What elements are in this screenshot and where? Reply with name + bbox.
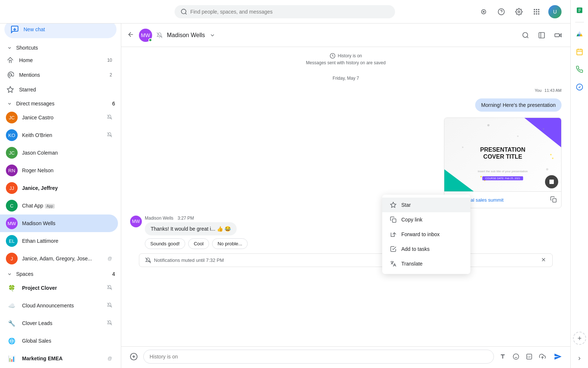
contact-avatar-6: MW (6, 217, 18, 229)
spaces-section-header[interactable]: Spaces 4 (0, 267, 121, 279)
nav-home[interactable]: Home 10 (0, 53, 118, 68)
nav-contact-8[interactable]: JJanice, Adam, Gregory, Jose...@ (0, 250, 118, 267)
contact-label-4: Janice, Jeffrey (22, 185, 112, 191)
nav-space-4[interactable]: 📊Marketing EMEA@ (0, 350, 118, 367)
message-input[interactable] (143, 350, 494, 364)
presentation-preview: PRESENTATIONCOVER TITLE Insert the sub t… (444, 118, 561, 191)
svg-rect-25 (536, 11, 537, 12)
nav-contact-7[interactable]: ELEthan Lattimore (0, 232, 118, 250)
nav-space-3[interactable]: 🌐Global Sales (0, 332, 118, 350)
menu-item-translate[interactable]: Translate (382, 256, 470, 271)
right-phone-icon[interactable] (572, 62, 587, 77)
svg-rect-51 (553, 198, 556, 202)
search-chat-button[interactable] (519, 29, 532, 42)
chat-contact-name: Madison Wells (167, 32, 205, 39)
space-mute-icon-0 (107, 285, 112, 291)
nav-contact-2[interactable]: JCJason Coleman (0, 144, 118, 162)
add-tasks-label: Add to tasks (401, 246, 430, 252)
menu-item-add-tasks[interactable]: Add to tasks (382, 242, 470, 256)
nav-space-2[interactable]: 🔧Clover Leads (0, 314, 118, 332)
mute-bar-icon (145, 257, 151, 263)
copy-link-icon (390, 216, 397, 223)
menu-item-star[interactable]: Star (382, 198, 470, 212)
mentions-icon (6, 71, 15, 79)
contact-label-2: Jason Coleman (22, 150, 112, 156)
emoji-button[interactable] (510, 351, 522, 362)
nav-contact-0[interactable]: JCJanice Castro (0, 109, 118, 126)
dm-section-header[interactable]: Direct messages 6 (0, 97, 121, 109)
right-sidebar: › (570, 0, 588, 368)
date-divider: Friday, May 7 (130, 76, 562, 81)
menu-item-copy-link[interactable]: Copy link (382, 212, 470, 227)
video-call-button[interactable] (551, 29, 564, 42)
reply-chip-0[interactable]: Sounds good! (145, 238, 185, 249)
nav-space-1[interactable]: ☁️Cloud Announcements (0, 297, 118, 314)
nav-contact-5[interactable]: CChat AppApp (0, 197, 118, 214)
presentation-title: PRESENTATIONCOVER TITLE (480, 146, 526, 160)
right-calendar-icon[interactable] (572, 44, 587, 59)
chat-name-dropdown-icon[interactable] (209, 32, 215, 38)
add-icon (577, 335, 582, 341)
shortcuts-chevron-icon (6, 44, 13, 51)
menu-item-forward-inbox[interactable]: Forward to inbox (382, 227, 470, 242)
settings-icon[interactable] (513, 6, 525, 18)
popout-button[interactable] (535, 29, 548, 42)
back-button[interactable] (127, 31, 135, 39)
sent-message-bubble: Morning! Here's the presentation (475, 98, 562, 112)
apps-icon[interactable] (531, 6, 542, 18)
space-icon-2: 🔧 (6, 317, 18, 329)
received-content: Madison Wells 3:27 PM Thanks! It would b… (145, 216, 562, 249)
gif-button[interactable]: GIF (523, 351, 535, 362)
right-drive-icon[interactable] (572, 27, 587, 42)
svg-point-39 (517, 136, 519, 137)
upload-button[interactable] (537, 351, 548, 362)
add-attachment-button[interactable] (127, 350, 140, 363)
right-tasks-icon[interactable] (572, 80, 587, 94)
star-label: Star (401, 202, 411, 208)
copy-link-label: Copy link (401, 217, 423, 223)
muted-bar-close-button[interactable] (541, 257, 546, 264)
contact-label-7: Ethan Lattimore (22, 238, 112, 244)
nav-contact-3[interactable]: RNRoger Nelson (0, 162, 118, 179)
format-text-button[interactable] (497, 351, 509, 362)
online-indicator (148, 38, 152, 42)
muted-bar-text: Notifications muted until 7:32 PM (154, 257, 224, 263)
svg-point-40 (543, 128, 544, 130)
chat-avatar: MW (139, 29, 152, 42)
search-bar[interactable] (175, 5, 395, 18)
reply-chip-1[interactable]: Cool (188, 238, 209, 249)
contact-avatar-4: JJ (6, 182, 18, 194)
nav-contact-1[interactable]: KOKeith O'Brien (0, 126, 118, 144)
nav-starred[interactable]: Starred (0, 82, 118, 97)
right-chevron-icon[interactable]: › (578, 354, 581, 362)
nav-contact-6[interactable]: MWMadison Wells (0, 214, 118, 232)
meet-icon[interactable] (478, 6, 490, 18)
right-add-button[interactable] (573, 332, 586, 345)
nav-mentions[interactable]: Mentions 2 (0, 68, 118, 82)
right-sheets-icon[interactable] (572, 3, 587, 18)
svg-point-7 (9, 74, 12, 76)
chat-header: MW Madison Wells (121, 24, 570, 47)
help-icon[interactable] (495, 6, 507, 18)
copy-presentation-button[interactable] (550, 196, 557, 204)
search-input[interactable] (190, 9, 389, 15)
svg-point-31 (523, 32, 528, 37)
reply-chip-2[interactable]: No proble... (212, 238, 248, 249)
forward-inbox-icon (390, 231, 397, 238)
user-avatar[interactable]: U (548, 5, 562, 18)
send-button[interactable] (551, 350, 564, 363)
nav-contact-4[interactable]: JJJanice, Jeffrey (0, 179, 118, 197)
received-message-row: MW Madison Wells 3:27 PM Thanks! It woul… (130, 216, 562, 249)
contacts-list: JCJanice CastroKOKeith O'BrienJCJason Co… (0, 109, 121, 267)
dm-title: Direct messages (16, 101, 54, 107)
received-sender-name: Madison Wells (145, 216, 173, 221)
sent-info: You 11:43 AM (130, 88, 562, 93)
sidebar: Chat New chat Shortcuts Home 10 Mentions… (0, 0, 121, 368)
shortcuts-section-header[interactable]: Shortcuts (0, 41, 121, 53)
nav-space-0[interactable]: 🍀Project Clover (0, 279, 118, 297)
shortcuts-title: Shortcuts (16, 45, 38, 51)
received-avatar: MW (130, 216, 142, 227)
forward-inbox-label: Forward to inbox (401, 231, 440, 237)
presentation-card-row: PRESENTATIONCOVER TITLE Insert the sub t… (130, 118, 562, 208)
svg-point-42 (546, 168, 548, 170)
